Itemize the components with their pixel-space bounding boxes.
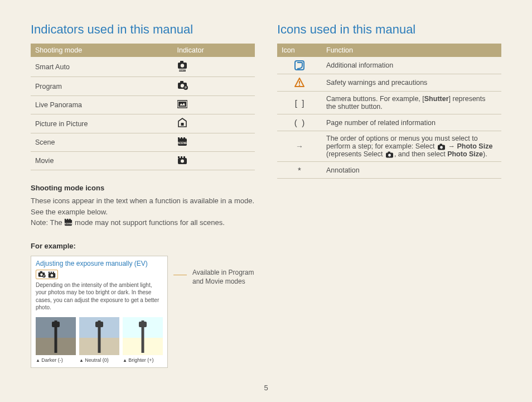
function-desc: The order of options or menus you must s… <box>322 131 501 162</box>
table-row: → The order of options or menus you must… <box>277 131 501 162</box>
indicators-heading: Indicators used in this manual <box>31 22 255 37</box>
example-block: Adjusting the exposure manually (EV) Dep… <box>31 256 255 368</box>
example-body: Depending on the intensity of the ambien… <box>36 281 163 312</box>
panorama-icon <box>173 96 255 114</box>
shooting-mode-table: Shooting mode Indicator Smart Auto Progr… <box>31 44 255 170</box>
example-card: Adjusting the exposure manually (EV) Dep… <box>31 256 168 368</box>
col-header-indicator: Indicator <box>173 44 255 57</box>
col-header-function: Function <box>322 44 501 57</box>
parens-icon: ( ) <box>277 114 322 131</box>
example-mode-icons <box>36 270 58 279</box>
callout-connector <box>173 275 187 275</box>
movie-icon <box>173 152 255 170</box>
camera-tiny-icon <box>386 151 393 158</box>
table-row: [ ] Camera buttons. For example, [Shutte… <box>277 92 501 114</box>
mode-name: Picture in Picture <box>31 114 173 133</box>
thumb-darker: Darker (-) <box>36 317 76 363</box>
asterisk-icon: * <box>277 162 322 179</box>
brackets-icon: [ ] <box>277 92 322 114</box>
col-header-mode: Shooting mode <box>31 44 173 57</box>
table-row: ( ) Page number of related information <box>277 114 501 131</box>
table-row: * Annotation <box>277 162 501 179</box>
mode-name: Live Panorama <box>31 96 173 114</box>
callout-text: Available in Program and Movie modes <box>192 268 255 287</box>
table-row: Scene <box>31 133 255 152</box>
function-desc: Additional information <box>322 57 501 74</box>
icons-table: Icon Function Additional information Saf… <box>277 44 501 179</box>
mode-name: Movie <box>31 152 173 170</box>
table-row: Smart Auto <box>31 57 255 77</box>
smart-auto-icon <box>173 57 255 77</box>
shooting-mode-icons-text: These icons appear in the text when a fu… <box>31 195 255 228</box>
icons-heading: Icons used in this manual <box>277 22 501 37</box>
function-desc: Page number of related information <box>322 114 501 131</box>
shooting-mode-icons-heading: Shooting mode icons <box>31 184 255 192</box>
thumb-brighter: Brighter (+) <box>123 317 163 363</box>
right-column: Icons used in this manual Icon Function … <box>277 22 501 368</box>
note-icon <box>277 57 322 74</box>
function-desc: Camera buttons. For example, [Shutter] r… <box>322 92 501 114</box>
table-row: Additional information <box>277 57 501 74</box>
mode-name: Program <box>31 77 173 96</box>
thumb-neutral: Neutral (0) <box>79 317 119 363</box>
for-example-heading: For example: <box>31 242 255 250</box>
arrow-icon: → <box>277 131 322 162</box>
scene-icon <box>64 218 72 226</box>
pip-icon <box>173 114 255 133</box>
mode-name: Smart Auto <box>31 57 173 77</box>
example-title: Adjusting the exposure manually (EV) <box>36 260 163 267</box>
warning-icon <box>277 74 322 92</box>
table-row: Picture in Picture <box>31 114 255 133</box>
scene-icon <box>173 133 255 152</box>
table-row: Live Panorama <box>31 96 255 114</box>
table-row: Safety warnings and precautions <box>277 74 501 92</box>
program-icon <box>38 271 46 278</box>
left-column: Indicators used in this manual Shooting … <box>31 22 255 368</box>
function-desc: Annotation <box>322 162 501 179</box>
function-desc: Safety warnings and precautions <box>322 74 501 92</box>
table-row: Movie <box>31 152 255 170</box>
mode-name: Scene <box>31 133 173 152</box>
page-number: 5 <box>264 384 268 392</box>
table-row: Program <box>31 77 255 96</box>
col-header-icon: Icon <box>277 44 322 57</box>
camera-tiny-icon <box>438 143 445 150</box>
program-icon <box>173 77 255 96</box>
movie-icon <box>48 271 56 278</box>
